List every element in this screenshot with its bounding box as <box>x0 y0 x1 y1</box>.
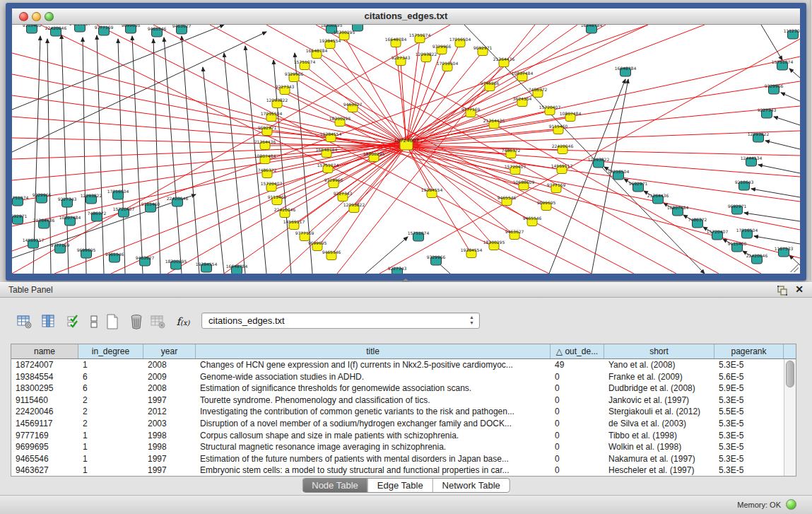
graph-node-label: 14569117 <box>551 163 573 168</box>
graph-edge[interactable] <box>781 93 800 101</box>
memory-status-label: Memory: OK <box>737 501 781 509</box>
column-header-name[interactable]: name <box>11 344 78 358</box>
graph-node-label: 15720407 <box>539 105 561 110</box>
column-header-in_degree[interactable]: in_degree <box>78 344 143 358</box>
table-cell: 0 <box>551 453 604 465</box>
graph-node-label: 9210643 <box>735 180 754 185</box>
table-row[interactable]: 2242004622012Investigating the contribut… <box>11 406 784 418</box>
table-cell: 0 <box>551 371 604 383</box>
table-row[interactable]: 977716911998Corpus callosum shape and si… <box>11 430 784 442</box>
window-titlebar[interactable]: citations_edges.txt <box>12 8 800 25</box>
table-cell: Investigating the contribution of common… <box>196 406 551 418</box>
table-cell: 2012 <box>143 406 196 418</box>
graph-node-label: 9329966 <box>285 71 304 76</box>
column-header-short[interactable]: short <box>604 344 714 358</box>
table-cell: 18724007 <box>11 359 78 371</box>
table-cell: 5.3E-5 <box>714 395 784 407</box>
table-row[interactable]: 1938455462009Genome-wide association stu… <box>11 371 784 383</box>
graph-edge[interactable] <box>203 67 224 274</box>
column-header-title[interactable]: title <box>196 344 551 358</box>
graph-edge[interactable] <box>406 63 504 145</box>
table-cell: 6 <box>78 382 143 395</box>
graph-edge[interactable] <box>789 69 800 78</box>
row-height-icon[interactable] <box>85 312 103 332</box>
table-cell: Stergiakouli et al. (2012) <box>604 406 714 418</box>
select-columns-icon[interactable] <box>64 312 82 332</box>
graph-edge[interactable] <box>224 53 245 274</box>
graph-node-label: 17016504 <box>608 169 630 174</box>
network-view-window: citations_edges.txt 91154602242004614569… <box>6 3 806 281</box>
graph-node-label: 16648784 <box>581 25 603 28</box>
graph-edge[interactable] <box>83 37 86 274</box>
graph-edge[interactable] <box>754 236 800 244</box>
column-header-year[interactable]: year <box>143 344 196 358</box>
table-cell: 5.3E-5 <box>714 441 784 453</box>
network-canvas[interactable]: 9115460224200461456911797771699699695946… <box>12 25 800 274</box>
graph-node-label: 9777169 <box>95 25 114 30</box>
column-header-out_de[interactable]: △ out_de... <box>551 344 604 358</box>
float-window-icon[interactable] <box>777 285 788 296</box>
table-cell: 14569117 <box>11 418 78 430</box>
graph-edge[interactable] <box>61 35 69 274</box>
new-table-icon[interactable] <box>103 312 122 332</box>
graph-edge[interactable] <box>774 117 800 125</box>
vertical-scrollbar[interactable] <box>784 359 796 476</box>
table-settings-icon[interactable] <box>16 312 34 332</box>
graph-node-label: 14569117 <box>283 219 305 224</box>
graph-node-label: 9329966 <box>324 177 343 182</box>
graph-node-label: 12093822 <box>266 98 288 103</box>
tab-network-table[interactable]: Network Table <box>433 479 510 492</box>
delete-entries-icon[interactable] <box>127 312 146 332</box>
graph-node[interactable] <box>75 25 86 32</box>
table-cell: 5.3E-5 <box>714 465 784 476</box>
table-selector-dropdown[interactable]: citations_edges.txt ▲▼ <box>201 313 480 329</box>
table-row[interactable]: 1456911722003Disruption of a novel membe… <box>11 418 784 430</box>
graph-edge[interactable] <box>744 213 800 221</box>
graph-node-label: 18300295 <box>321 25 343 28</box>
table-cell: 22420046 <box>11 406 78 418</box>
table-row[interactable]: 1830029562008Estimation of significance … <box>11 382 784 395</box>
graph-edge[interactable] <box>12 32 266 152</box>
resize-grip-icon[interactable] <box>790 264 799 272</box>
column-chooser-icon[interactable] <box>40 312 58 332</box>
table-row[interactable]: 969969511998Structural magnetic resonanc… <box>11 441 784 453</box>
graph-node-label: 9699695 <box>537 200 556 205</box>
column-header-pagerank[interactable]: pagerank <box>714 344 784 358</box>
function-builder-icon[interactable]: f(x) <box>174 312 192 332</box>
memory-status-icon[interactable] <box>786 499 796 510</box>
table-row[interactable]: 1872400712008Changes of HCN gene express… <box>11 359 784 371</box>
graph-node-label: 7486372 <box>258 168 277 173</box>
graph-node-label: 10807484 <box>667 205 689 210</box>
table-cell: 5.5E-5 <box>714 406 784 418</box>
scrollbar-thumb[interactable] <box>786 361 794 387</box>
graph-edge[interactable] <box>118 39 125 274</box>
table-panel: Table Panel ✕ f(x) citations_edges.txt ▲… <box>0 282 812 514</box>
table-cell: Yano et al. (2008) <box>604 359 714 371</box>
graph-edge[interactable] <box>97 35 104 274</box>
table-cell: 5.3E-5 <box>714 418 784 430</box>
graph-edge[interactable] <box>758 165 800 173</box>
tab-edge-table[interactable]: Edge Table <box>367 479 433 492</box>
tab-node-table[interactable]: Node Table <box>302 479 367 492</box>
graph-edge[interactable] <box>765 141 800 149</box>
graph-node-label: 9329966 <box>33 192 52 197</box>
table-row[interactable]: 911546021997Tourette syndrome. Phenomeno… <box>11 395 784 407</box>
table-cell: Wolkin et al. (1998) <box>604 441 714 453</box>
graph-edge[interactable] <box>317 145 406 247</box>
graph-node-label: 21364436 <box>483 118 505 123</box>
close-panel-icon[interactable]: ✕ <box>795 284 804 295</box>
table-cell: 0 <box>551 430 604 442</box>
graph-node-label: 21364436 <box>33 218 55 223</box>
table-panel-title: Table Panel <box>8 285 53 295</box>
table-cell: 5.3E-5 <box>714 430 784 442</box>
delete-table-disabled-icon[interactable] <box>149 312 167 332</box>
graph-node-label: 15720407 <box>707 229 729 234</box>
graph-node-label: 17016504 <box>449 37 471 42</box>
table-cell: Hescheler et al. (1997) <box>604 465 714 476</box>
table-row[interactable]: 946362711997Embryonic stem cells: a mode… <box>11 465 784 476</box>
graph-edge[interactable] <box>328 145 406 169</box>
table-row[interactable]: 946554611997Estimation of the future num… <box>11 453 784 465</box>
graph-node-label: 9692971 <box>473 45 493 50</box>
graph-edge[interactable] <box>153 39 160 274</box>
application-window: citations_edges.txt 91154602242004614569… <box>0 0 812 514</box>
